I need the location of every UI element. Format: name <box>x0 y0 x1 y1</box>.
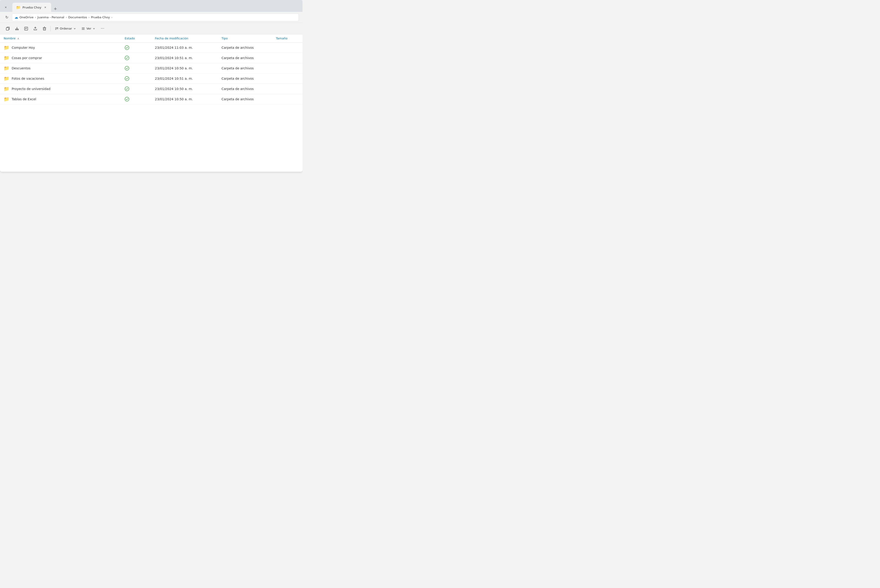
folder-icon: 📁 <box>4 76 9 81</box>
file-name: Tablas de Excel <box>12 98 36 101</box>
file-date-cell: 23/01/2024 10:50 a. m. <box>151 84 218 94</box>
file-name: Computer Hoy <box>12 46 35 50</box>
file-date-cell: 23/01/2024 10:50 a. m. <box>151 63 218 74</box>
file-size-cell <box>272 63 302 74</box>
file-date-cell: 23/01/2024 10:51 a. m. <box>151 74 218 84</box>
file-table-header: Nombre ∧ Estado Fecha de modificación Ti… <box>0 34 302 43</box>
svg-rect-6 <box>24 27 28 30</box>
file-name-cell: 📁 Cosas por comprar <box>0 53 121 63</box>
tab-active[interactable]: 📁 Prueba Choy ✕ <box>12 3 51 12</box>
file-name-cell: 📁 Proyecto de universidad <box>0 84 121 94</box>
file-table-body: 📁 Computer Hoy 23/01/2024 11:03 a. m.Car… <box>0 43 302 104</box>
file-type-cell: Carpeta de archivos <box>218 74 272 84</box>
sort-icon-nombre: ∧ <box>17 37 19 40</box>
address-bar: ↻ ☁ OneDrive › Juanma - Personal › Docum… <box>0 12 302 23</box>
col-header-fecha[interactable]: Fecha de modificación <box>151 34 218 43</box>
breadcrumb-sep-3: › <box>89 16 90 19</box>
folder-icon: 📁 <box>4 56 9 60</box>
breadcrumb-personal[interactable]: Juanma - Personal <box>38 16 64 19</box>
ordenar-label: Ordenar <box>60 27 72 30</box>
folder-icon: 📁 <box>4 97 9 101</box>
refresh-button[interactable]: ↻ <box>4 14 10 21</box>
breadcrumb-sep-2: › <box>66 16 67 19</box>
breadcrumb-prueba-choy[interactable]: Prueba Choy <box>91 16 110 19</box>
table-row[interactable]: 📁 Proyecto de universidad 23/01/2024 10:… <box>0 84 302 94</box>
file-area: Nombre ∧ Estado Fecha de modificación Ti… <box>0 34 302 172</box>
synced-icon <box>125 76 129 81</box>
file-status-cell <box>121 84 151 94</box>
file-date-cell: 23/01/2024 10:51 a. m. <box>151 53 218 63</box>
file-type-cell: Carpeta de archivos <box>218 53 272 63</box>
breadcrumb-expand[interactable]: › <box>111 16 112 19</box>
file-size-cell <box>272 74 302 84</box>
file-size-cell <box>272 43 302 53</box>
file-name-cell: 📁 Descuentos <box>0 63 121 74</box>
breadcrumb-documentos[interactable]: Documentos <box>68 16 87 19</box>
rename-button[interactable] <box>22 24 30 33</box>
share-button[interactable] <box>31 24 39 33</box>
table-row[interactable]: 📁 Descuentos 23/01/2024 10:50 a. m.Carpe… <box>0 63 302 74</box>
copy-path-button[interactable] <box>4 24 12 33</box>
file-status-cell <box>121 74 151 84</box>
file-size-cell <box>272 53 302 63</box>
col-header-nombre[interactable]: Nombre ∧ <box>0 34 121 43</box>
file-type-cell: Carpeta de archivos <box>218 43 272 53</box>
onedrive-icon: ☁ <box>14 15 18 20</box>
file-name: Fotos de vacaciones <box>12 77 44 80</box>
breadcrumb-sep-1: › <box>35 16 36 19</box>
ver-label: Ver <box>86 27 91 30</box>
file-size-cell <box>272 84 302 94</box>
file-date-cell: 23/01/2024 11:03 a. m. <box>151 43 218 53</box>
table-row[interactable]: 📁 Fotos de vacaciones 23/01/2024 10:51 a… <box>0 74 302 84</box>
synced-icon <box>125 87 129 91</box>
file-status-cell <box>121 53 151 63</box>
table-row[interactable]: 📁 Computer Hoy 23/01/2024 11:03 a. m.Car… <box>0 43 302 53</box>
folder-tab-icon: 📁 <box>16 5 21 10</box>
file-table: Nombre ∧ Estado Fecha de modificación Ti… <box>0 34 302 104</box>
tab-active-close-icon[interactable]: ✕ <box>43 5 47 9</box>
cut-button[interactable] <box>13 24 21 33</box>
folder-icon: 📁 <box>4 66 9 70</box>
ordenar-button[interactable]: Ordenar <box>53 25 78 32</box>
svg-rect-9 <box>43 28 46 30</box>
breadcrumb: ☁ OneDrive › Juanma - Personal › Documen… <box>12 14 299 21</box>
more-options-button[interactable]: ··· <box>98 24 107 33</box>
file-type-cell: Carpeta de archivos <box>218 84 272 94</box>
toolbar: Ordenar Ver ··· <box>0 23 302 34</box>
col-header-tamano[interactable]: Tamaño <box>272 34 302 43</box>
delete-button[interactable] <box>40 24 48 33</box>
file-status-cell <box>121 63 151 74</box>
table-row[interactable]: 📁 Tablas de Excel 23/01/2024 10:50 a. m.… <box>0 94 302 104</box>
file-status-cell <box>121 94 151 104</box>
svg-rect-0 <box>6 28 9 30</box>
file-size-cell <box>272 94 302 104</box>
file-explorer-window: ✕ 📁 Prueba Choy ✕ + ↻ ☁ OneDrive › Juanm… <box>0 0 302 172</box>
table-row[interactable]: 📁 Cosas por comprar 23/01/2024 10:51 a. … <box>0 53 302 63</box>
file-name-cell: 📁 Tablas de Excel <box>0 94 121 104</box>
file-date-cell: 23/01/2024 10:50 a. m. <box>151 94 218 104</box>
tab-active-label: Prueba Choy <box>23 6 42 9</box>
file-name-cell: 📁 Fotos de vacaciones <box>0 74 121 84</box>
file-status-cell <box>121 43 151 53</box>
file-type-cell: Carpeta de archivos <box>218 94 272 104</box>
file-name: Descuentos <box>12 66 30 70</box>
synced-icon <box>125 97 129 101</box>
file-name: Proyecto de universidad <box>12 87 50 91</box>
new-tab-button[interactable]: + <box>52 5 59 12</box>
close-icon[interactable]: ✕ <box>4 5 8 9</box>
tab-inactive[interactable]: ✕ <box>0 3 12 12</box>
tab-bar: ✕ 📁 Prueba Choy ✕ + <box>0 0 302 12</box>
folder-icon: 📁 <box>4 45 9 50</box>
file-type-cell: Carpeta de archivos <box>218 63 272 74</box>
toolbar-divider-1 <box>50 26 51 32</box>
breadcrumb-onedrive[interactable]: OneDrive <box>20 16 33 19</box>
col-header-estado[interactable]: Estado <box>121 34 151 43</box>
file-name: Cosas por comprar <box>12 56 42 60</box>
synced-icon <box>125 66 129 70</box>
ver-button[interactable]: Ver <box>79 25 98 32</box>
folder-icon: 📁 <box>4 87 9 91</box>
synced-icon <box>125 45 129 50</box>
synced-icon <box>125 56 129 60</box>
file-name-cell: 📁 Computer Hoy <box>0 43 121 53</box>
col-header-tipo[interactable]: Tipo <box>218 34 272 43</box>
